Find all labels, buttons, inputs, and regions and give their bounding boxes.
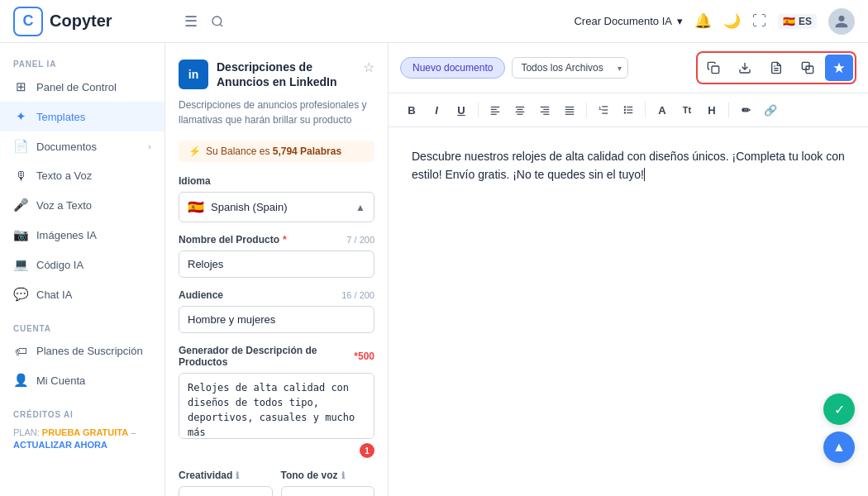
plan-name: PRUEBA GRATUITA (42, 427, 128, 437)
sidebar-item-label: Código IA (36, 259, 83, 271)
sidebar-item-label: Imágenes IA (36, 229, 97, 241)
sidebar-item-planes[interactable]: 🏷 Planes de Suscripción (0, 336, 165, 365)
italic-btn[interactable]: I (425, 98, 448, 122)
sidebar-item-chat[interactable]: 💬 Chat IA (0, 279, 165, 309)
crear-documento-btn[interactable]: Crear Documento IA ▾ (574, 15, 683, 27)
svg-line-1 (220, 24, 222, 26)
svg-rect-16 (541, 107, 550, 107)
doc-save-icon-btn[interactable] (762, 55, 790, 81)
sidebar-item-voz-texto[interactable]: 🎤 Voz a Texto (0, 190, 165, 220)
underline-btn[interactable]: U (450, 98, 473, 122)
scroll-up-fab-btn[interactable]: ▲ (823, 432, 855, 463)
editor-content[interactable]: Descubre nuestros relojes de alta calida… (389, 127, 868, 496)
template-description: Descripciones de anuncios profesionales … (179, 98, 374, 127)
clone-icon-btn[interactable] (794, 55, 822, 81)
editor-paragraph: Descubre nuestros relojes de alta calida… (412, 147, 845, 184)
favorite-star-icon[interactable]: ☆ (363, 60, 374, 75)
new-document-btn[interactable]: Nuevo documento (400, 57, 505, 79)
sidebar-item-codigo[interactable]: 💻 Código IA (0, 250, 165, 279)
sidebar-item-label: Chat IA (36, 289, 72, 301)
sidebar-item-documentos[interactable]: 📄 Documentos › (0, 131, 165, 161)
svg-rect-32 (627, 109, 632, 110)
align-left-btn[interactable] (484, 98, 507, 122)
creatividad-label: Creatividad ℹ (179, 470, 273, 481)
bold-btn[interactable]: B (400, 98, 423, 122)
ordered-list-btn[interactable]: 1. (592, 98, 615, 122)
sidebar-item-label: Planes de Suscripción (36, 345, 143, 357)
upgrade-link[interactable]: ACTUALIZAR AHORA (13, 440, 107, 450)
audience-input[interactable] (179, 306, 374, 333)
files-select[interactable]: Todos los Archivos (512, 57, 628, 79)
svg-rect-25 (602, 106, 608, 107)
chat-icon: 💬 (13, 287, 28, 302)
confirm-fab-btn[interactable]: ✓ (823, 393, 855, 425)
ai-generate-btn[interactable] (825, 55, 853, 81)
svg-rect-14 (516, 112, 525, 112)
heading-btn[interactable]: H (700, 98, 723, 122)
svg-rect-9 (491, 109, 497, 110)
sidebar-item-panel[interactable]: ⊞ Panel de Control (0, 72, 165, 102)
char-badge: 1 (360, 443, 374, 458)
format-bar: B I U (389, 93, 868, 127)
balance-badge: ⚡ Su Balance es 5,794 Palabras (179, 141, 374, 162)
link-btn[interactable]: 🔗 (759, 98, 782, 122)
creatividad-select[interactable]: Media Baja Alta (179, 486, 273, 496)
creatividad-info-icon[interactable]: ℹ (236, 470, 239, 481)
pen-btn[interactable]: ✏ (734, 98, 757, 122)
download-icon-btn[interactable] (731, 55, 759, 81)
tono-label: Tono de voz ℹ (281, 470, 375, 481)
format-divider-3 (645, 103, 646, 117)
nombre-input[interactable] (179, 250, 374, 278)
top-header: C Copyter ☰ Crear Documento IA ▾ 🔔 🌙 ⛶ 🇪… (0, 0, 868, 43)
nombre-group: Nombre del Producto * 7 / 200 (179, 234, 374, 278)
font-color-btn[interactable]: A (651, 98, 674, 122)
text-cursor (644, 168, 645, 181)
sidebar-item-templates[interactable]: ✦ Templates (0, 102, 165, 131)
plan-info: PLAN: PRUEBA GRATUITA – ACTUALIZAR AHORA (0, 422, 165, 460)
creatividad-group: Creatividad ℹ Media Baja Alta ▾ (179, 470, 273, 496)
expand-icon[interactable]: ⛶ (752, 13, 766, 30)
idioma-label: Idioma (179, 175, 374, 187)
align-right-btn[interactable] (533, 98, 556, 122)
balance-text: Su Balance es 5,794 Palabras (206, 145, 341, 157)
language-select-row[interactable]: 🇪🇸 Spanish (Spain) ▲ (179, 192, 374, 222)
align-center-btn[interactable] (508, 98, 532, 122)
justify-btn[interactable] (558, 98, 581, 122)
generador-textarea[interactable]: Relojes de alta calidad con diseños de t… (179, 373, 374, 439)
search-icon[interactable] (211, 15, 224, 28)
files-select-wrapper: Todos los Archivos ▾ (512, 57, 628, 79)
moon-icon[interactable]: 🌙 (723, 12, 741, 30)
tono-info-icon[interactable]: ℹ (341, 470, 345, 481)
lang-name: Spanish (Spain) (211, 201, 349, 213)
hamburger-icon[interactable]: ☰ (184, 12, 198, 31)
bell-icon[interactable]: 🔔 (694, 12, 712, 30)
font-size-btn[interactable]: Tt (675, 98, 699, 122)
tono-select[interactable]: Casual Formal Amigable (281, 486, 375, 496)
svg-point-28 (624, 106, 626, 107)
sidebar-item-label: Voz a Texto (36, 199, 92, 212)
content-area: in Descripciones de Anuncios en LinkedIn… (165, 43, 868, 496)
unordered-list-btn[interactable] (617, 98, 640, 122)
copy-icon-btn[interactable] (699, 55, 727, 81)
creditos-label: CRÉDITOS AI (0, 403, 165, 422)
sidebar-item-cuenta[interactable]: 👤 Mi Cuenta (0, 365, 165, 395)
language-selector[interactable]: 🇪🇸 ES (778, 14, 817, 29)
audience-char-count: 16 / 200 (341, 290, 374, 300)
logo-text: Copyter (50, 12, 112, 31)
generador-group: Generador de Descripción de Productos *5… (179, 345, 374, 458)
sidebar-item-imagenes[interactable]: 📷 Imágenes IA (0, 220, 165, 250)
user-avatar[interactable] (828, 8, 855, 35)
tono-select-wrapper: Casual Formal Amigable ▾ (281, 486, 375, 496)
logo-area: C Copyter (13, 7, 174, 36)
generador-label: Generador de Descripción de Productos *5… (179, 345, 374, 368)
sidebar-item-texto-voz[interactable]: 🎙 Texto a Voz (0, 161, 165, 190)
svg-rect-17 (543, 109, 549, 110)
audio-icon: 🎙 (13, 169, 28, 183)
cuenta-section-label: CUENTA (0, 317, 165, 336)
format-divider-1 (478, 103, 479, 117)
sidebar-item-label: Texto a Voz (36, 169, 92, 182)
audience-group: Audience 16 / 200 (179, 289, 374, 333)
required-mark: * (283, 234, 287, 246)
template-title: Descripciones de Anuncios en LinkedIn (217, 60, 355, 89)
subscription-icon: 🏷 (13, 344, 28, 358)
